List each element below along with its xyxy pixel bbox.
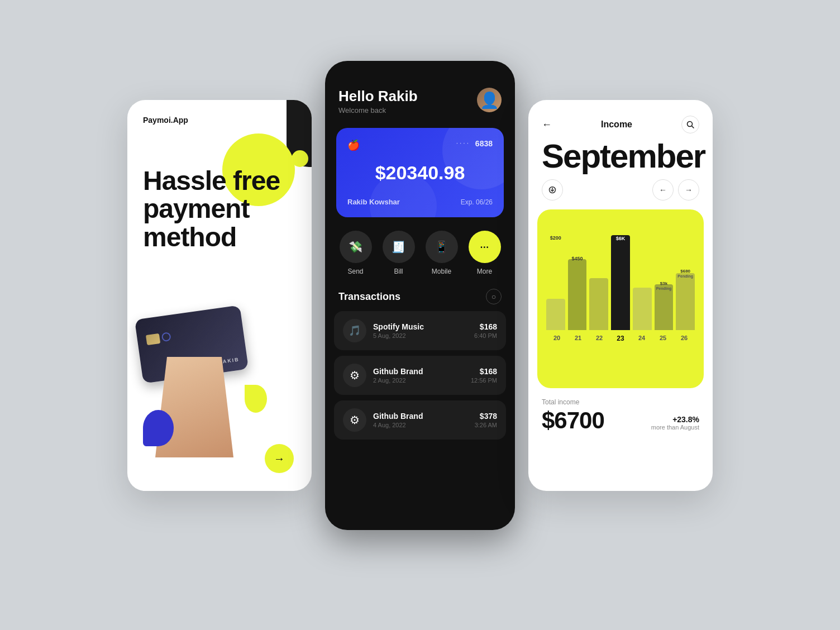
card-expiry: Exp. 06/26 xyxy=(461,198,493,206)
x-label-26: 26 xyxy=(674,335,695,342)
search-button[interactable] xyxy=(681,116,699,133)
x-label-22: 22 xyxy=(589,335,610,342)
greeting-section: Hello Rakib Welcome back xyxy=(338,88,418,114)
income-title: Income xyxy=(601,120,632,130)
income-change-pct: +23.8% xyxy=(651,415,699,424)
screen-paymoi: Paymoi.App Hassle free payment method RA… xyxy=(127,100,312,491)
transactions-search-button[interactable]: ○ xyxy=(486,289,502,304)
back-button[interactable]: ← xyxy=(542,119,552,131)
x-label-23: 23 xyxy=(610,335,631,342)
x-label-25: 25 xyxy=(652,335,674,342)
card-chip xyxy=(146,333,160,345)
download-button[interactable] xyxy=(542,179,563,201)
transaction-time-2: 12:56 PM xyxy=(471,377,497,384)
github-icon-2: ⚙ xyxy=(343,408,366,432)
transaction-item-3: ⚙ Github Brand 4 Aug, 2022 $378 3:26 AM xyxy=(334,400,506,440)
card-holder-name: Rakib Kowshar xyxy=(347,198,400,206)
bill-icon: 🧾 xyxy=(383,231,415,263)
action-send[interactable]: 💸 Send xyxy=(340,231,372,275)
greeting-hello: Hello Rakib xyxy=(338,88,418,105)
more-label: More xyxy=(477,268,492,275)
transactions-header: Transactions ○ xyxy=(325,284,515,311)
credit-card: 🍎 ···· 6838 $20340.98 Rakib Kowshar Exp.… xyxy=(336,128,504,217)
transactions-title: Transactions xyxy=(338,291,400,303)
transaction-item-2: ⚙ Github Brand 2 Aug, 2022 $168 12:56 PM xyxy=(334,356,506,395)
total-income-section: Total income $6700 +23.8% more than Augu… xyxy=(528,390,713,434)
cta-arrow-button[interactable]: → xyxy=(265,444,294,473)
card-balance: $20340.98 xyxy=(375,162,465,184)
quick-actions: 💸 Send 🧾 Bill 📱 Mobile ⋯ More xyxy=(325,222,515,284)
transaction-time-3: 3:26 AM xyxy=(475,422,497,428)
income-change: +23.8% more than August xyxy=(651,415,699,434)
income-month: September xyxy=(528,138,713,175)
transaction-date-2: 2 Aug, 2022 xyxy=(373,377,464,384)
transaction-date-3: 4 Aug, 2022 xyxy=(373,422,468,428)
transaction-info-1: Spotify Music 5 Aug, 2022 xyxy=(373,322,467,339)
transaction-item-1: 🎵 Spotify Music 5 Aug, 2022 $168 6:40 PM xyxy=(334,311,506,350)
transaction-time-1: 6:40 PM xyxy=(474,332,497,339)
next-month-button[interactable]: → xyxy=(678,179,699,201)
transaction-name-1: Spotify Music xyxy=(373,322,467,331)
action-mobile[interactable]: 📱 Mobile xyxy=(426,231,458,275)
yellow-small-decoration xyxy=(245,385,267,413)
spotify-icon: 🎵 xyxy=(343,319,366,342)
blue-blob-decoration xyxy=(143,410,174,446)
total-income-label: Total income xyxy=(542,398,699,406)
transaction-amount-3: $378 xyxy=(475,412,497,421)
mobile-label: Mobile xyxy=(432,268,451,275)
hero-headline: Hassle free payment method xyxy=(143,167,312,251)
x-label-20: 20 xyxy=(546,335,567,342)
card-last4: 6838 xyxy=(475,139,493,148)
more-icon: ⋯ xyxy=(469,231,501,263)
total-income-row: $6700 +23.8% more than August xyxy=(542,407,699,434)
month-nav: ← → xyxy=(652,179,699,201)
transaction-date-1: 5 Aug, 2022 xyxy=(373,332,467,339)
income-controls: ← → xyxy=(528,175,713,207)
total-income-amount: $6700 xyxy=(542,407,604,434)
x-label-24: 24 xyxy=(631,335,652,342)
app-logo: Paymoi.App xyxy=(143,116,188,125)
transaction-right-3: $378 3:26 AM xyxy=(475,412,497,428)
transaction-info-2: Github Brand 2 Aug, 2022 xyxy=(373,367,464,384)
income-chart: $200 $450 $6K xyxy=(537,209,704,388)
send-icon: 💸 xyxy=(340,231,372,263)
action-bill[interactable]: 🧾 Bill xyxy=(383,231,415,275)
bill-label: Bill xyxy=(394,268,403,275)
screen-dashboard: Hello Rakib Welcome back 👤 🍎 ···· 6838 $… xyxy=(325,61,515,530)
dashboard-header: Hello Rakib Welcome back 👤 xyxy=(325,61,515,123)
send-label: Send xyxy=(347,268,363,275)
svg-line-1 xyxy=(691,126,694,128)
screen-income: ← Income September ← → xyxy=(528,100,713,491)
transaction-right-2: $168 12:56 PM xyxy=(471,367,497,384)
mobile-icon: 📱 xyxy=(426,231,458,263)
transaction-amount-1: $168 xyxy=(474,322,497,331)
github-icon-1: ⚙ xyxy=(343,364,366,387)
transaction-amount-2: $168 xyxy=(471,367,497,376)
prev-month-button[interactable]: ← xyxy=(652,179,674,201)
greeting-sub: Welcome back xyxy=(338,106,418,114)
card-number-dots: ···· xyxy=(456,139,470,147)
transaction-info-3: Github Brand 4 Aug, 2022 xyxy=(373,412,468,428)
transaction-name-2: Github Brand xyxy=(373,367,464,376)
transaction-name-3: Github Brand xyxy=(373,412,468,421)
user-avatar[interactable]: 👤 xyxy=(477,88,502,112)
action-more[interactable]: ⋯ More xyxy=(469,231,501,275)
income-topbar: ← Income xyxy=(528,100,713,138)
transaction-right-1: $168 6:40 PM xyxy=(474,322,497,339)
income-change-desc: more than August xyxy=(651,424,699,431)
x-label-21: 21 xyxy=(567,335,589,342)
